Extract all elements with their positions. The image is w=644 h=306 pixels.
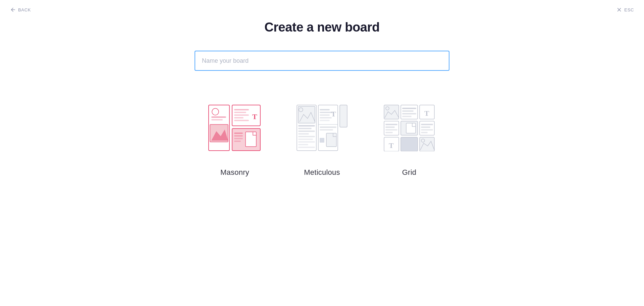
meticulous-icon: T xyxy=(296,104,348,151)
layout-option-meticulous[interactable]: T Meticulous xyxy=(288,104,356,177)
svg-rect-19 xyxy=(234,138,243,139)
svg-rect-32 xyxy=(298,147,315,148)
layout-options: T Masonry xyxy=(201,104,443,177)
svg-rect-43 xyxy=(326,133,336,147)
svg-rect-25 xyxy=(298,128,312,129)
svg-rect-30 xyxy=(298,141,315,143)
svg-rect-66 xyxy=(421,132,428,133)
svg-text:T: T xyxy=(389,141,394,150)
esc-label: ESC xyxy=(624,7,634,12)
grid-icon: T T xyxy=(383,104,435,151)
svg-rect-22 xyxy=(298,106,315,123)
masonry-label: Masonry xyxy=(220,168,249,177)
svg-rect-28 xyxy=(298,136,315,137)
svg-rect-58 xyxy=(385,129,397,131)
main-content: Create a new board T xyxy=(0,0,644,177)
svg-rect-69 xyxy=(401,137,418,151)
svg-rect-7 xyxy=(211,119,223,120)
svg-rect-18 xyxy=(234,135,243,137)
grid-label: Grid xyxy=(402,168,416,177)
svg-rect-27 xyxy=(298,133,309,135)
svg-rect-10 xyxy=(234,109,249,110)
svg-rect-45 xyxy=(340,105,347,127)
svg-rect-65 xyxy=(421,129,433,131)
page-title: Create a new board xyxy=(264,20,380,35)
svg-text:T: T xyxy=(424,109,429,117)
back-label: BACK xyxy=(18,7,31,12)
svg-rect-52 xyxy=(402,116,412,117)
layout-option-grid[interactable]: T T xyxy=(376,104,443,177)
svg-rect-57 xyxy=(385,126,395,128)
board-name-input[interactable] xyxy=(195,51,449,71)
svg-rect-38 xyxy=(320,117,332,118)
svg-rect-20 xyxy=(234,141,241,142)
svg-rect-56 xyxy=(385,124,397,125)
svg-rect-24 xyxy=(298,125,315,126)
svg-rect-17 xyxy=(234,133,243,134)
svg-rect-16 xyxy=(246,132,256,147)
layout-option-masonry[interactable]: T Masonry xyxy=(201,104,268,177)
svg-rect-51 xyxy=(402,113,416,114)
arrow-left-icon xyxy=(10,7,16,13)
svg-rect-59 xyxy=(385,132,393,133)
svg-rect-29 xyxy=(298,139,313,140)
meticulous-label: Meticulous xyxy=(304,168,340,177)
svg-rect-6 xyxy=(211,116,226,118)
svg-rect-31 xyxy=(298,144,308,145)
svg-rect-37 xyxy=(320,114,330,116)
svg-rect-11 xyxy=(234,112,246,113)
svg-text:T: T xyxy=(331,110,336,118)
svg-rect-50 xyxy=(402,110,414,112)
masonry-icon: T xyxy=(208,104,262,151)
svg-rect-41 xyxy=(320,126,336,128)
svg-rect-35 xyxy=(320,109,330,110)
svg-rect-64 xyxy=(421,126,430,128)
close-icon xyxy=(616,7,622,13)
svg-rect-49 xyxy=(402,108,416,109)
svg-rect-61 xyxy=(406,123,416,133)
svg-rect-12 xyxy=(234,114,249,116)
svg-text:T: T xyxy=(252,112,257,121)
back-button[interactable]: BACK xyxy=(10,7,31,13)
svg-rect-14 xyxy=(234,120,249,121)
esc-button[interactable]: ESC xyxy=(616,7,634,13)
svg-rect-36 xyxy=(320,112,333,113)
svg-rect-63 xyxy=(421,124,433,125)
svg-rect-42 xyxy=(320,129,333,131)
svg-rect-44 xyxy=(320,138,324,143)
svg-rect-39 xyxy=(320,120,330,121)
svg-rect-13 xyxy=(234,117,244,118)
svg-rect-26 xyxy=(298,131,315,132)
